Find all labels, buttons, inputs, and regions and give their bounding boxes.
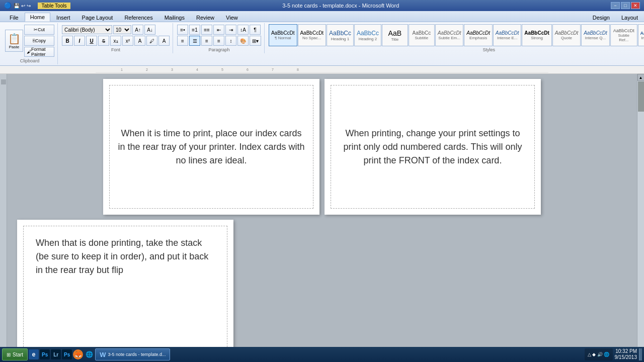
style-subtle-em[interactable]: AaBbCcDt Subtle Em... xyxy=(435,24,464,46)
grow-font-button[interactable]: A↑ xyxy=(132,25,143,35)
style-intense-r-preview: AaBbCcDt xyxy=(640,31,644,36)
tab-page-layout[interactable]: Page Layout xyxy=(76,13,119,22)
bullets-button[interactable]: ≡• xyxy=(177,25,188,35)
sort-button[interactable]: ↕A xyxy=(237,25,249,35)
style-subtle-ref-label: Subtle Ref... xyxy=(613,33,635,42)
style-intense-q[interactable]: AaBbCcDt Intense Q... xyxy=(581,24,610,46)
tab-mailings[interactable]: Mailings xyxy=(159,13,190,22)
style-strong[interactable]: AaBbCcDt Strong xyxy=(522,24,551,46)
taskbar-photoshop[interactable]: Ps xyxy=(40,349,50,359)
increase-indent-button[interactable]: ⇥ xyxy=(225,25,236,35)
start-button[interactable]: ⊞ Start xyxy=(2,348,28,360)
tab-file[interactable]: File xyxy=(4,13,24,22)
title-bar-controls[interactable]: − □ ✕ xyxy=(611,2,640,9)
scroll-up-button[interactable]: ▲ xyxy=(637,74,645,81)
text-effects-button[interactable]: A xyxy=(134,36,145,46)
style-heading2-preview: AaBbCc xyxy=(357,30,379,37)
borders-button[interactable]: ⊞▾ xyxy=(250,36,261,46)
line-spacing-button[interactable]: ↕ xyxy=(225,36,236,46)
scroll-area[interactable]: When it is time to print, place our inde… xyxy=(7,74,637,362)
style-intense-e[interactable]: AaBbCcDt Intense E... xyxy=(493,24,522,46)
copy-button[interactable]: ⎘ Copy xyxy=(24,36,54,46)
style-normal[interactable]: AaBbCcDt ¶ Normal xyxy=(269,24,297,46)
font-name-select[interactable]: Calibri (Body) xyxy=(62,25,112,34)
scrollbar-thumb[interactable] xyxy=(638,81,644,112)
italic-button[interactable]: I xyxy=(74,36,85,46)
svg-text:1: 1 xyxy=(121,68,123,71)
tab-references[interactable]: References xyxy=(119,13,158,22)
shading-button[interactable]: 🎨 xyxy=(237,36,249,46)
title-bar-left: 🔵 💾 ↩ ↪ Table Tools xyxy=(4,2,70,9)
taskbar-photoshop2[interactable]: Ps xyxy=(62,349,72,359)
card-1-text: When it is time to print, place our inde… xyxy=(118,127,305,167)
start-icon: ⊞ xyxy=(7,352,11,357)
align-left-button[interactable]: ≡ xyxy=(177,36,188,46)
taskbar-chrome[interactable]: 🌐 xyxy=(84,349,94,359)
font-size-select[interactable]: 10 11 12 14 16 18 xyxy=(113,25,131,34)
font-color-button[interactable]: A xyxy=(158,36,170,46)
tab-layout[interactable]: Layout xyxy=(616,13,643,22)
taskbar-firefox[interactable]: 🦊 xyxy=(73,349,83,359)
style-heading1[interactable]: AaBbCc Heading 1 xyxy=(327,24,354,46)
justify-button[interactable]: ≡ xyxy=(213,36,224,46)
taskbar-word[interactable]: W 3-5 note cards - template.d... xyxy=(95,348,170,360)
para-row1: ≡• ≡1 ≡≡ ⇤ ⇥ ↕A ¶ xyxy=(177,25,261,35)
tab-home[interactable]: Home xyxy=(25,13,50,22)
taskbar-lightroom[interactable]: Lr xyxy=(51,349,61,359)
align-center-button[interactable]: ☰ xyxy=(189,36,200,46)
card-3-text: When that is done printing, take the sta… xyxy=(36,236,215,277)
underline-button[interactable]: U xyxy=(86,36,97,46)
page-card-2[interactable]: When printing, change your print setting… xyxy=(325,79,541,215)
clock[interactable]: 10:32 PM 9/15/2013 xyxy=(615,348,637,360)
maximize-button[interactable]: □ xyxy=(621,2,630,9)
svg-text:2: 2 xyxy=(146,68,148,71)
strikethrough-button[interactable]: S̶ xyxy=(98,36,109,46)
multilevel-button[interactable]: ≡≡ xyxy=(201,25,212,35)
style-intense-e-preview: AaBbCcDt xyxy=(496,30,519,36)
style-no-space[interactable]: AaBbCcDt No Spac... xyxy=(298,24,327,46)
svg-text:5: 5 xyxy=(221,68,223,71)
style-heading2[interactable]: AaBbCc Heading 2 xyxy=(354,24,381,46)
style-subtitle[interactable]: AaBbCc Subtitle xyxy=(409,24,435,46)
style-emphasis[interactable]: AaBbCcDt Emphasis xyxy=(464,24,493,46)
numbering-button[interactable]: ≡1 xyxy=(189,25,200,35)
tab-design[interactable]: Design xyxy=(587,13,615,22)
paste-label: Paste xyxy=(9,45,19,49)
bold-button[interactable]: B xyxy=(62,36,73,46)
style-subtle-em-label: Subtle Em... xyxy=(438,36,460,40)
clipboard-row: 📋 Paste ✂ Cut ⎘ Copy 🖌 Format Painter xyxy=(5,25,54,57)
shrink-font-button[interactable]: A↓ xyxy=(144,25,155,35)
sidebar-ctrl1[interactable] xyxy=(1,79,6,84)
start-label: Start xyxy=(13,352,23,357)
svg-text:4: 4 xyxy=(196,68,198,71)
style-heading2-label: Heading 2 xyxy=(359,37,377,41)
tab-view[interactable]: View xyxy=(220,13,244,22)
style-subtle-ref[interactable]: AaBbCcDt Subtle Ref... xyxy=(610,24,637,46)
tab-insert[interactable]: Insert xyxy=(51,13,76,22)
cut-button[interactable]: ✂ Cut xyxy=(24,25,54,35)
subscript-button[interactable]: x₂ xyxy=(110,36,121,46)
superscript-button[interactable]: x² xyxy=(122,36,133,46)
decrease-indent-button[interactable]: ⇤ xyxy=(213,25,224,35)
page-card-3[interactable]: When that is done printing, take the sta… xyxy=(17,220,233,360)
style-intense-r[interactable]: AaBbCcDt Intense R... xyxy=(638,24,644,46)
clipboard-group: 📋 Paste ✂ Cut ⎘ Copy 🖌 Format Painter Cl… xyxy=(2,23,58,64)
taskbar-ie[interactable]: e xyxy=(29,349,39,359)
paste-button[interactable]: 📋 Paste xyxy=(5,30,23,52)
tab-review[interactable]: Review xyxy=(191,13,220,22)
style-quote[interactable]: AaBbCcDt Quote xyxy=(552,24,581,46)
style-subtle-em-preview: AaBbCcDt xyxy=(438,30,461,36)
style-title[interactable]: AaB Title xyxy=(382,24,408,46)
style-title-preview: AaB xyxy=(388,29,401,37)
show-desktop-button[interactable] xyxy=(639,348,642,360)
scrollbar-track[interactable] xyxy=(637,81,645,359)
table-tools-tab: Table Tools xyxy=(38,3,71,9)
close-button[interactable]: ✕ xyxy=(631,2,640,9)
format-painter-button[interactable]: 🖌 Format Painter xyxy=(24,47,54,57)
highlight-button[interactable]: 🖊 xyxy=(146,36,157,46)
minimize-button[interactable]: − xyxy=(611,2,620,9)
align-right-button[interactable]: ≡ xyxy=(201,36,212,46)
style-gallery: AaBbCcDt ¶ Normal AaBbCcDt No Spac... Aa… xyxy=(269,24,644,46)
show-formatting-button[interactable]: ¶ xyxy=(250,25,261,35)
page-card-1[interactable]: When it is time to print, place our inde… xyxy=(103,79,319,215)
